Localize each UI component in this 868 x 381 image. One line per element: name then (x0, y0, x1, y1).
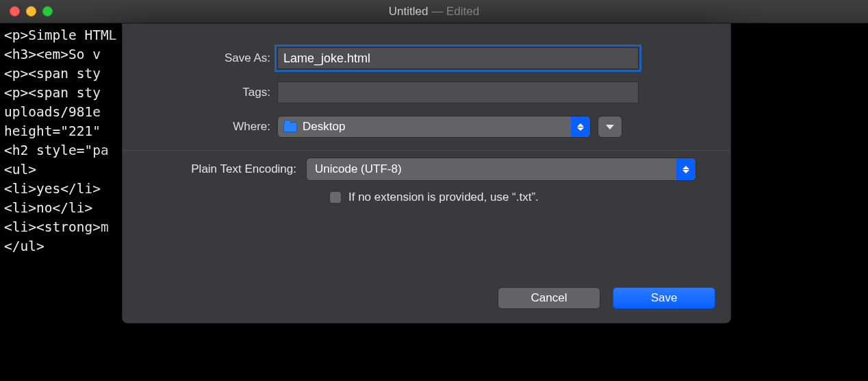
default-extension-checkbox[interactable] (329, 191, 342, 204)
encoding-label: Plain Text Encoding: (123, 162, 306, 176)
save-as-label: Save As: (123, 51, 277, 65)
where-select[interactable]: Desktop (277, 116, 591, 138)
where-label: Where: (123, 120, 277, 134)
save-as-input[interactable] (277, 47, 639, 69)
tags-label: Tags: (123, 86, 277, 99)
encoding-select[interactable]: Unicode (UTF-8) (306, 158, 696, 181)
default-extension-label: If no extension is provided, use “.txt”. (348, 190, 539, 204)
save-button[interactable]: Save (613, 287, 715, 309)
chevron-down-icon (606, 125, 614, 130)
cancel-button[interactable]: Cancel (498, 287, 600, 309)
window-titlebar: Untitled — Edited (0, 0, 868, 23)
updown-icon (676, 158, 695, 180)
updown-icon (571, 116, 590, 137)
window-title: Untitled — Edited (0, 5, 868, 19)
folder-icon (283, 122, 297, 132)
where-value: Desktop (303, 120, 345, 134)
window-title-suffix: — Edited (428, 5, 479, 18)
window-title-main: Untitled (389, 5, 429, 18)
divider (123, 150, 730, 151)
expand-dialog-button[interactable] (598, 116, 622, 138)
tags-input[interactable] (277, 82, 639, 103)
save-dialog: Save As: Tags: Where: Desktop Plain Text… (122, 23, 731, 323)
encoding-value: Unicode (UTF-8) (315, 162, 402, 176)
